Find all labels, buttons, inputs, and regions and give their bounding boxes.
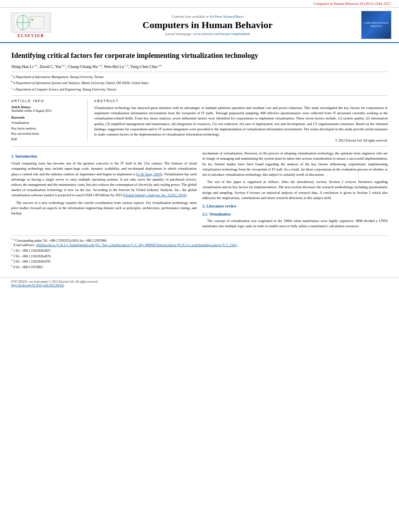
journal-title-area: Contents lists available at SciVerse Sci… [57, 14, 358, 36]
article-info-abstract: ARTICLE INFO Article history: Available … [11, 95, 388, 142]
footnote-1: 1 1 Tel.: +886 2 21822928x4827. [11, 248, 388, 253]
svg-text:🌿: 🌿 [31, 18, 34, 21]
lit-review-title: 2. Literature review [202, 203, 388, 209]
journal-header: 🌿 ELSEVIER Contents lists available at S… [0, 8, 399, 43]
lit-review-para1: The concept of virtualization was origin… [202, 218, 388, 229]
email-footnote: E-mail addresses: shli@ttu.edu.tw (S.-H.… [11, 243, 388, 248]
email-list[interactable]: shli@ttu.edu.tw (S.-H. Li), Yendc@muohio… [36, 243, 238, 247]
abstract-column: ABSTRACT Virtualization technology has a… [94, 99, 388, 142]
keyword-2: Key factor analysis [11, 126, 82, 131]
article-title: Identifying critical factors for corpora… [11, 51, 388, 60]
keyword-1: Virtualization [11, 120, 82, 126]
keyword-3: Key successful factor [11, 131, 82, 137]
intro-para3: mechanism of virtualization. However, in… [202, 151, 388, 177]
footnote-3: 3 3 Tel.: +886 2 21822928x6785. [11, 259, 388, 264]
intro-para2: The success of a new technology requires… [11, 200, 197, 216]
doi-line: http://dx.doi.org/10.1016/j.chb.2012.06.… [11, 283, 388, 287]
corresponding-footnote: * * Corresponding author. Tel.: +886 2 2… [11, 238, 388, 243]
article-history: Article history: Available online 4 Augu… [11, 105, 82, 113]
virtualization-subtitle: 2.1. Virtualization [202, 212, 388, 217]
cover-text: COMPUTERS IN HUMAN BEHAVIOR [363, 22, 390, 28]
footnotes-area: * * Corresponding author. Tel.: +886 2 2… [11, 235, 388, 270]
sciverse-link[interactable]: SciVerse ScienceDirect [210, 14, 243, 18]
abstract-heading: ABSTRACT [94, 99, 388, 103]
doi-link[interactable]: http://dx.doi.org/10.1016/j.chb.2012.06.… [11, 283, 64, 287]
article-info-column: ARTICLE INFO Article history: Available … [11, 99, 88, 142]
section-divider [11, 146, 388, 147]
elsevier-label: ELSEVIER [18, 33, 45, 38]
affiliation-c: c c Department of Computer Science and E… [11, 86, 388, 92]
intro-para1: Cloud computing issue has become one of … [11, 161, 197, 198]
keywords-title: Keywords: [11, 116, 82, 119]
journal-cover-image: COMPUTERS IN HUMAN BEHAVIOR [361, 11, 391, 39]
bottom-bar: 0747-5632/$ - see front matter © 2012 El… [0, 277, 399, 289]
li-yang-ref[interactable]: Li & Yang, 2010 [137, 172, 161, 176]
elsevier-logo-box: 🌿 [11, 12, 51, 33]
article-info-heading: ARTICLE INFO [11, 99, 82, 103]
footnote-2: 2 2 Tel.: +886 2 21822928x6870. [11, 253, 388, 259]
footnote-4: 4 4 Tel.: +886 9 19378867. [11, 264, 388, 270]
journal-title: Computers in Human Behavior [57, 20, 358, 31]
journal-reference: Computers in Human Behavior 28 (2012) 22… [0, 0, 399, 8]
authors-line: Shing-Han Li a,*, David C. Yen b,1, Chun… [11, 64, 388, 70]
affiliations: a a Department of Information Management… [11, 72, 388, 92]
affiliation-b: b b Department of Information Systems an… [11, 80, 388, 86]
body-col-right: mechanism of virtualization. However, in… [202, 151, 388, 231]
intro-title: 1. Introduction [11, 153, 197, 159]
homepage-url[interactable]: www.elsevier.com/locate/comphumbeh [193, 32, 250, 36]
issn-line: 0747-5632/$ - see front matter © 2012 El… [11, 280, 388, 283]
gia-ref[interactable]: Global Industry Analysts, Inc. [GIA], 20… [124, 193, 185, 197]
affiliation-a: a a Department of Information Management… [11, 74, 388, 80]
publisher-logo-area: 🌿 ELSEVIER [5, 12, 57, 38]
main-content: Identifying critical factors for corpora… [0, 43, 399, 274]
body-col-left: 1. Introduction Cloud computing issue ha… [11, 151, 197, 231]
intro-para4: The rest of this paper is organized as f… [202, 179, 388, 201]
copyright-line: © 2012 Elsevier Ltd. All rights reserved… [94, 139, 388, 142]
keywords-list: Virtualization Key factor analysis Key s… [11, 120, 82, 142]
journal-homepage: journal homepage: www.elsevier.com/locat… [57, 32, 358, 36]
journal-cover-area: COMPUTERS IN HUMAN BEHAVIOR [358, 11, 394, 39]
keyword-4: KSF [11, 137, 82, 142]
body-columns: 1. Introduction Cloud computing issue ha… [11, 151, 388, 231]
abstract-text: Virtualization technology has attracted … [94, 105, 388, 137]
contents-available-line: Contents lists available at SciVerse Sci… [57, 14, 358, 18]
